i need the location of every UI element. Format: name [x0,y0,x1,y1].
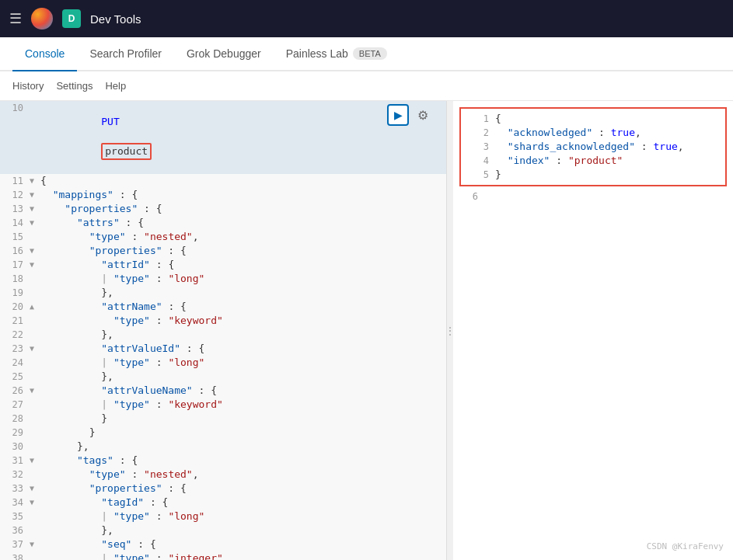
sub-nav: History Settings Help [0,71,733,101]
beta-badge: BETA [353,47,387,60]
line-arrow[interactable] [30,101,40,115]
editor-line: 36 }, [0,523,446,537]
sub-nav-settings[interactable]: Settings [56,80,92,92]
editor-line: 18 | "type" : "long" [0,272,446,286]
right-panel: 1 { 2 "acknowledged" : true, 3 "shards_a… [453,101,733,560]
editor-line: 35 | "type" : "long" [0,510,446,523]
editor-line: 20 ▲ "attrName" : { [0,300,446,314]
settings-icon[interactable]: ⚙ [412,104,434,126]
editor-container: ▶ ⚙ 10 PUT product 11 ▼ { [0,101,733,560]
editor-line: 11 ▼ { [0,174,446,188]
line-number: 10 [0,101,30,115]
nav-tabs: Console Search Profiler Grok Debugger Pa… [0,37,733,71]
tab-painless-lab[interactable]: Painless Lab BETA [274,37,400,71]
editor-line: 30 }, [0,440,446,454]
editor-line: 13 ▼ "properties" : { [0,202,446,216]
tab-console[interactable]: Console [12,37,77,71]
editor-line: 29 } [0,426,446,440]
response-line: 2 "acknowledged" : true, [464,126,722,140]
user-avatar[interactable]: D [62,9,81,28]
response-border: 1 { 2 "acknowledged" : true, 3 "shards_a… [459,107,727,186]
editor-line: 17 ▼ "attrId" : { [0,258,446,272]
top-bar: ☰ D Dev Tools [0,0,733,37]
editor-line: 33 ▼ "properties" : { [0,482,446,496]
editor-line: 23 ▼ "attrValueId" : { [0,342,446,356]
tab-search-profiler[interactable]: Search Profiler [77,37,174,71]
response-line-empty: 6 [453,190,733,203]
response-line: 3 "shards_acknowledged" : true, [464,140,722,154]
panel-divider[interactable]: ⋮ [447,101,453,560]
run-button-area: ▶ ⚙ [387,104,434,126]
line-content: PUT product [40,101,446,174]
editor-line: 19 }, [0,286,446,300]
editor-line: 16 ▼ "properties" : { [0,244,446,258]
run-button[interactable]: ▶ [387,104,409,126]
editor[interactable]: 10 PUT product 11 ▼ { 12 ▼ "mappings" : … [0,101,446,560]
response-line: 5 } [464,168,722,182]
editor-line: 10 PUT product [0,101,446,174]
editor-line: 25 }, [0,370,446,384]
sub-nav-history[interactable]: History [12,80,44,92]
editor-line: 31 ▼ "tags" : { [0,454,446,468]
editor-line: 21 "type" : "keyword" [0,314,446,328]
editor-line: 12 ▼ "mappings" : { [0,188,446,202]
editor-line: 26 ▼ "attrValueName" : { [0,384,446,398]
watermark: CSDN @KiraFenvy [647,540,724,554]
response-line: 4 "index" : "product" [464,154,722,168]
hamburger-icon[interactable]: ☰ [9,10,22,27]
editor-line: 15 "type" : "nested", [0,230,446,244]
elastic-logo [31,8,53,30]
editor-line: 27 | "type" : "keyword" [0,398,446,412]
editor-line: 32 "type" : "nested", [0,468,446,482]
editor-line: 22 }, [0,328,446,342]
editor-line: 37 ▼ "seq" : { [0,537,446,551]
tab-grok-debugger[interactable]: Grok Debugger [174,37,274,71]
app-title: Dev Tools [90,12,141,26]
left-panel: ▶ ⚙ 10 PUT product 11 ▼ { [0,101,447,560]
editor-line: 24 | "type" : "long" [0,356,446,370]
editor-line: 34 ▼ "tagId" : { [0,496,446,510]
editor-line: 28 } [0,412,446,426]
editor-line: 38 | "type" : "integer" [0,551,446,560]
sub-nav-help[interactable]: Help [105,80,126,92]
response-line: 1 { [464,112,722,126]
editor-line: 14 ▼ "attrs" : { [0,216,446,230]
